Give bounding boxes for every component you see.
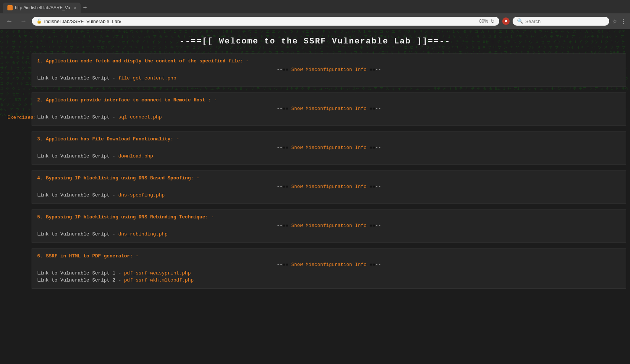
script-link-row-6-1: Link to Vulnerable Script 2 - pdf_ssrf_w… [37, 277, 621, 283]
script-link-4-0[interactable]: dns-spoofing.php [118, 192, 165, 198]
link-prefix-1-0: Link to Vulnerable Script - [37, 75, 118, 81]
link-prefix-6-0: Link to Vulnerable Script 1 - [37, 270, 124, 276]
exercise-block-1: 1. Application code fetch and disply the… [32, 53, 626, 87]
tab-close-button[interactable]: × [74, 6, 76, 10]
search-icon: 🔍 [517, 18, 523, 24]
script-link-6-0[interactable]: pdf_ssrf_weasyprint.php [124, 270, 191, 276]
script-link-1-0[interactable]: file_get_content.php [118, 75, 176, 81]
misc-row-2: --== Show Misconfiguration Info ==-- [37, 106, 621, 111]
zoom-level: 80% [479, 19, 488, 24]
misc-row-4: --== Show Misconfiguration Info ==-- [37, 184, 621, 189]
misc-prefix-6: --== [277, 262, 291, 267]
link-prefix-6-1: Link to Vulnerable Script 2 - [37, 277, 124, 283]
exercise-block-2: 2. Application provide interface to conn… [32, 92, 626, 126]
address-bar[interactable]: 🔓 80% ↻ [32, 17, 499, 26]
misc-link-5[interactable]: Show Misconfiguration Info [291, 223, 367, 228]
script-link-row-2-0: Link to Vulnerable Script - sql_connect.… [37, 114, 621, 120]
exercise-block-4: 4. Bypassing IP blacklisting using DNS B… [32, 170, 626, 204]
script-link-row-1-0: Link to Vulnerable Script - file_get_con… [37, 75, 621, 81]
block-button[interactable]: ✖ [502, 17, 510, 25]
sidebar-label: Exercises: [7, 115, 36, 120]
script-link-row-4-0: Link to Vulnerable Script - dns-spoofing… [37, 192, 621, 198]
page-title: --==[[ Welcome to the SSRF Vulnerable La… [4, 37, 626, 46]
exercise-title-2: 2. Application provide interface to conn… [37, 97, 621, 103]
exercises-area: 1. Application code fetch and disply the… [32, 53, 626, 289]
misc-row-6: --== Show Misconfiguration Info ==-- [37, 262, 621, 267]
link-prefix-4-0: Link to Vulnerable Script - [37, 192, 118, 198]
exercise-block-6: 6. SSRF in HTML to PDF generator: ---== … [32, 248, 626, 289]
bookmark-button[interactable]: ☆ [612, 18, 617, 25]
back-button[interactable]: ← [4, 17, 15, 26]
misc-row-3: --== Show Misconfiguration Info ==-- [37, 145, 621, 150]
misc-link-2[interactable]: Show Misconfiguration Info [291, 106, 367, 111]
link-prefix-2-0: Link to Vulnerable Script - [37, 114, 118, 120]
misc-suffix-4: ==-- [367, 184, 381, 189]
active-tab[interactable]: http://indishell.lab/SSRF_Vu × [3, 3, 81, 13]
script-link-5-0[interactable]: dns_rebinding.php [118, 231, 168, 237]
misc-suffix-1: ==-- [367, 67, 381, 72]
misc-suffix-2: ==-- [367, 106, 381, 111]
exercise-title-1: 1. Application code fetch and disply the… [37, 58, 621, 64]
misc-prefix-3: --== [277, 145, 291, 150]
tab-bar: http://indishell.lab/SSRF_Vu × + [0, 0, 630, 13]
misc-suffix-5: ==-- [367, 223, 381, 228]
link-prefix-3-0: Link to Vulnerable Script - [37, 153, 118, 159]
misc-prefix-5: --== [277, 223, 291, 228]
search-input[interactable] [525, 19, 592, 24]
page-inner: --==[[ Welcome to the SSRF Vulnerable La… [0, 29, 630, 302]
misc-prefix-1: --== [277, 67, 291, 72]
script-link-row-5-0: Link to Vulnerable Script - dns_rebindin… [37, 231, 621, 237]
misc-link-4[interactable]: Show Misconfiguration Info [291, 184, 367, 189]
new-tab-button[interactable]: + [83, 4, 87, 12]
menu-button[interactable]: ⋮ [620, 18, 626, 25]
script-link-row-3-0: Link to Vulnerable Script - download.php [37, 153, 621, 159]
misc-row-5: --== Show Misconfiguration Info ==-- [37, 223, 621, 228]
misc-row-1: --== Show Misconfiguration Info ==-- [37, 67, 621, 72]
forward-button[interactable]: → [18, 17, 29, 26]
exercise-title-6: 6. SSRF in HTML to PDF generator: - [37, 253, 621, 259]
reload-button[interactable]: ↻ [490, 18, 495, 24]
page-content: ク オ テ 0 キ カ ア ク カ コ イ ク ト 0 チ コ シアト ア タ … [0, 29, 630, 364]
browser-chrome: http://indishell.lab/SSRF_Vu × + ← → 🔓 8… [0, 0, 630, 29]
exercise-title-5: 5. Bypassing IP blacklisting using DNS R… [37, 214, 621, 220]
script-link-2-0[interactable]: sql_connect.php [118, 114, 162, 120]
tab-label: http://indishell.lab/SSRF_Vu [15, 5, 70, 10]
exercise-title-4: 4. Bypassing IP blacklisting using DNS B… [37, 175, 621, 181]
exercise-title-3: 3. Application has File Download Functio… [37, 136, 621, 142]
nav-bar: ← → 🔓 80% ↻ ✖ 🔍 ☆ ⋮ [0, 13, 630, 29]
misc-prefix-4: --== [277, 184, 291, 189]
misc-prefix-2: --== [277, 106, 291, 111]
misc-link-3[interactable]: Show Misconfiguration Info [291, 145, 367, 150]
misc-link-1[interactable]: Show Misconfiguration Info [291, 67, 367, 72]
tab-favicon [7, 5, 13, 10]
script-link-3-0[interactable]: download.php [118, 153, 153, 159]
exercise-block-3: 3. Application has File Download Functio… [32, 131, 626, 165]
url-input[interactable] [44, 19, 477, 24]
script-link-6-1[interactable]: pdf_ssrf_wkhtmltopdf.php [124, 277, 194, 283]
lock-icon: 🔓 [36, 19, 42, 24]
script-link-row-6-0: Link to Vulnerable Script 1 - pdf_ssrf_w… [37, 270, 621, 276]
misc-suffix-6: ==-- [367, 262, 381, 267]
exercise-block-5: 5. Bypassing IP blacklisting using DNS R… [32, 209, 626, 243]
misc-link-6[interactable]: Show Misconfiguration Info [291, 262, 367, 267]
search-bar[interactable]: 🔍 [513, 17, 609, 26]
misc-suffix-3: ==-- [367, 145, 381, 150]
link-prefix-5-0: Link to Vulnerable Script - [37, 231, 118, 237]
